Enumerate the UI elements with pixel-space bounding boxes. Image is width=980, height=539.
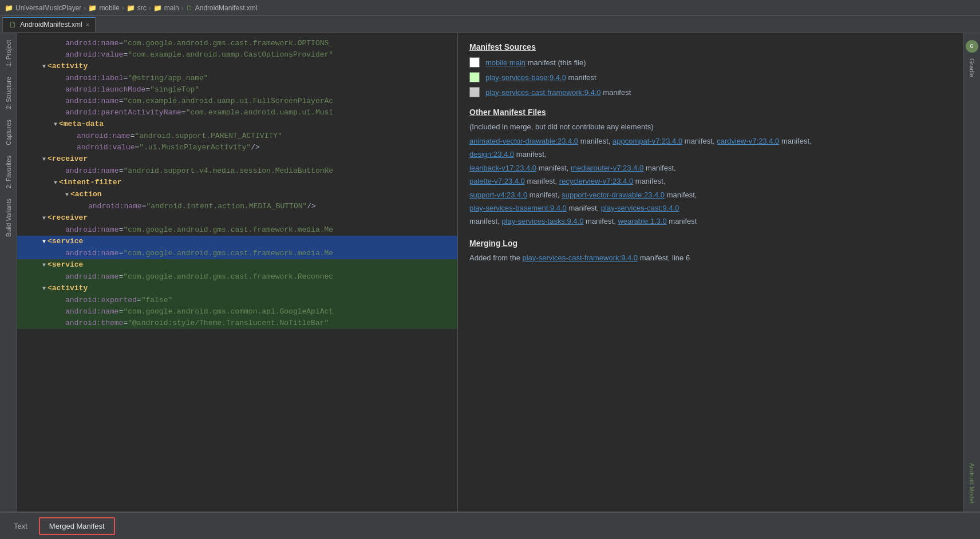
collapse-triangle[interactable]: ▼ xyxy=(65,190,69,200)
breadcrumb-bar: 📁 UniversalMusicPlayer › 📁 mobile › 📁 sr… xyxy=(0,0,980,16)
collapse-triangle[interactable]: ▼ xyxy=(42,154,46,165)
merging-log-text: Added from the play-services-cast-framew… xyxy=(469,253,836,262)
manifest-source-link-play-services-base[interactable]: play-services-base:9.4.0 manifest xyxy=(485,73,596,82)
xml-line-selected: android:name="com.google.android.gms.cas… xyxy=(17,248,457,259)
tab-bar: 🗋 AndroidManifest.xml × xyxy=(0,16,980,33)
xml-line: android:value=".ui.MusicPlayerActivity" … xyxy=(17,142,457,153)
collapse-triangle[interactable]: ▼ xyxy=(42,284,46,294)
xml-line: android:label="@string/app_name" xyxy=(17,73,457,84)
bottom-bar: Text Merged Manifest xyxy=(0,512,980,539)
breadcrumb-sep: › xyxy=(149,4,151,12)
breadcrumb-src[interactable]: 📁 src xyxy=(127,4,147,12)
gradle-icon: G xyxy=(966,40,978,53)
link-appcompat[interactable]: appcompat-v7:23.4.0 xyxy=(612,137,682,145)
collapse-triangle[interactable]: ▼ xyxy=(54,120,57,130)
xml-line: ▼ <intent-filter xyxy=(17,177,457,189)
folder-icon: 📁 xyxy=(153,4,162,12)
other-manifests-title: Other Manifest Files xyxy=(469,108,836,117)
link-support-v4[interactable]: support-v4:23.4.0 xyxy=(469,191,527,199)
android-model-panel: Android Model xyxy=(967,459,977,507)
breadcrumb-label: main xyxy=(164,4,179,12)
manifest-source-row: play-services-cast-framework:9.4.0 manif… xyxy=(469,87,836,97)
other-manifests-desc: (Included in merge, but did not contribu… xyxy=(469,122,836,131)
link-play-cast[interactable]: play-services-cast:9.4.0 xyxy=(601,204,679,212)
link-cardview[interactable]: cardview-v7:23.4.0 xyxy=(717,137,779,145)
breadcrumb-main[interactable]: 📁 main xyxy=(153,4,179,12)
bottom-tab-text[interactable]: Text xyxy=(5,518,37,534)
xml-line: android:name="android.support.v4.media.s… xyxy=(17,165,457,177)
manifest-sources-title: Manifest Sources xyxy=(469,42,836,51)
manifest-source-link-mobile[interactable]: mobile main manifest (this file) xyxy=(485,58,586,67)
xml-editor-pane[interactable]: android:name="com.google.android.gms.cas… xyxy=(17,33,458,512)
breadcrumb-file[interactable]: 🗋 AndroidManifest.xml xyxy=(186,4,258,12)
main-layout: 1: Project 2: Structure Captures 2: Favo… xyxy=(0,33,980,512)
collapse-triangle[interactable]: ▼ xyxy=(42,62,46,72)
source-color-box xyxy=(469,72,480,82)
editor-area: android:name="com.google.android.gms.cas… xyxy=(17,33,963,512)
xml-line: android:name="com.example.android.uamp.u… xyxy=(17,96,457,107)
breadcrumb-sep: › xyxy=(181,4,184,12)
link-wearable[interactable]: wearable:1.3.0 xyxy=(618,217,666,225)
breadcrumb-label: AndroidManifest.xml xyxy=(195,4,258,12)
collapse-triangle[interactable]: ▼ xyxy=(42,213,46,224)
link-animated-vector[interactable]: animated-vector-drawable:23.4.0 xyxy=(469,137,578,145)
xml-line: ▼ <receiver xyxy=(17,212,457,224)
xml-line: ▼ <receiver xyxy=(17,153,457,165)
xml-line: android:name="com.google.android.gms.cas… xyxy=(17,224,457,236)
tab-label: AndroidManifest.xml xyxy=(20,21,82,29)
link-play-basement[interactable]: play-services-basement:9.4.0 xyxy=(469,204,567,212)
sidebar-item-favorites[interactable]: 2: Favorites xyxy=(4,151,13,193)
xml-line-green: ▼ <activity xyxy=(17,283,457,295)
link-play-tasks[interactable]: play-services-tasks:9.4.0 xyxy=(501,217,583,225)
breadcrumb-label: UniversalMusicPlayer xyxy=(15,4,81,12)
bottom-tab-merged[interactable]: Merged Manifest xyxy=(39,517,115,535)
merging-log-link[interactable]: play-services-cast-framework:9.4.0 xyxy=(523,253,638,262)
xml-line: android:name="android.support.PARENT_ACT… xyxy=(17,130,457,142)
link-leanback[interactable]: leanback-v17:23.4.0 xyxy=(469,164,536,172)
xml-line: android:name="com.google.android.gms.cas… xyxy=(17,38,457,49)
xml-line: android:name="android.intent.action.MEDI… xyxy=(17,201,457,212)
merging-log-section: Merging Log Added from the play-services… xyxy=(469,239,836,262)
xml-line-green: ▼ <service xyxy=(17,259,457,271)
breadcrumb-mobile[interactable]: 📁 mobile xyxy=(88,4,119,12)
breadcrumb-root[interactable]: 📁 UniversalMusicPlayer xyxy=(5,4,81,12)
breadcrumb-label: mobile xyxy=(99,4,119,12)
link-design[interactable]: design:23.4.0 xyxy=(469,150,514,158)
folder-icon: 📁 xyxy=(88,4,97,12)
sidebar-item-structure[interactable]: 2: Structure xyxy=(4,72,13,114)
collapse-triangle[interactable]: ▼ xyxy=(42,260,46,271)
gradle-panel: G Gradle xyxy=(966,40,978,81)
link-recyclerview[interactable]: recyclerview-v7:23.4.0 xyxy=(559,177,633,185)
sidebar-item-project[interactable]: 1: Project xyxy=(4,35,13,71)
link-support-vector[interactable]: support-vector-drawable:23.4.0 xyxy=(562,191,665,199)
link-palette[interactable]: palette-v7:23.4.0 xyxy=(469,177,525,185)
merging-log-title: Merging Log xyxy=(469,239,836,248)
breadcrumb-label: src xyxy=(137,4,147,12)
manifest-source-link-cast-framework[interactable]: play-services-cast-framework:9.4.0 manif… xyxy=(485,88,631,97)
right-sidebar: G Gradle Android Model xyxy=(963,33,980,512)
link-mediarouter[interactable]: mediarouter-v7:23.4.0 xyxy=(571,164,643,172)
tab-androidmanifest[interactable]: 🗋 AndroidManifest.xml × xyxy=(2,17,96,32)
tab-close-button[interactable]: × xyxy=(86,21,89,28)
sidebar-label-gradle[interactable]: Gradle xyxy=(967,55,977,81)
sidebar-item-build-variants[interactable]: Build Variants xyxy=(4,194,13,241)
xml-line-green: android:name="com.google.android.gms.cas… xyxy=(17,271,457,283)
sidebar-label-android-model[interactable]: Android Model xyxy=(967,459,977,507)
folder-icon: 📁 xyxy=(127,4,135,12)
xml-line: android:parentActivityName="com.example.… xyxy=(17,107,457,118)
xml-line-green: android:exported="false" xyxy=(17,295,457,306)
manifest-source-row: play-services-base:9.4.0 manifest xyxy=(469,72,836,82)
manifest-source-row: mobile main manifest (this file) xyxy=(469,57,836,68)
collapse-triangle[interactable]: ▼ xyxy=(54,178,57,188)
xml-line: android:launchMode="singleTop" xyxy=(17,84,457,96)
xml-line-green: android:theme="@android:style/Theme.Tran… xyxy=(17,318,457,329)
xml-line-selected[interactable]: ▼ <service xyxy=(17,236,457,248)
xml-line-green: android:name="com.google.android.gms.com… xyxy=(17,306,457,318)
left-sidebar: 1: Project 2: Structure Captures 2: Favo… xyxy=(0,33,17,512)
other-manifests-links: animated-vector-drawable:23.4.0 manifest… xyxy=(469,134,836,228)
breadcrumb-sep: › xyxy=(84,4,86,12)
sidebar-item-captures[interactable]: Captures xyxy=(4,115,13,150)
source-color-box xyxy=(469,57,480,68)
right-sidebar-content: G Gradle Android Model xyxy=(965,35,979,512)
collapse-triangle[interactable]: ▼ xyxy=(42,237,46,247)
